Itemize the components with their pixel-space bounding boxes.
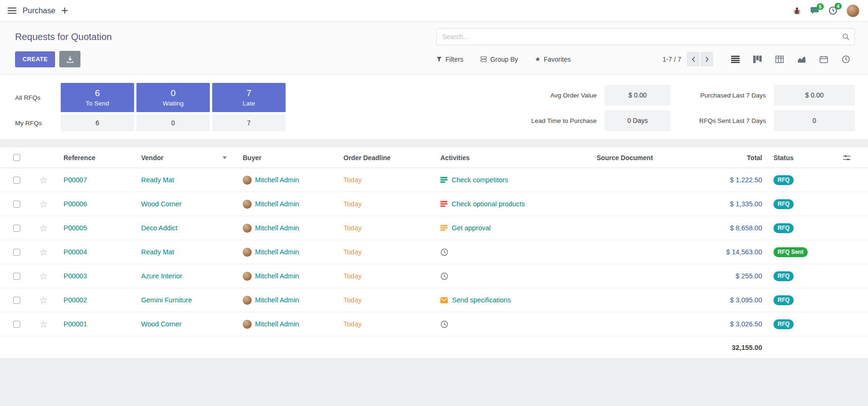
vendor-cell[interactable]: Ready Mat xyxy=(141,248,240,256)
favorite-star-icon[interactable]: ☆ xyxy=(40,248,48,257)
vendor-cell[interactable]: Ready Mat xyxy=(141,176,240,184)
stat-my-waiting[interactable]: 0 xyxy=(136,114,210,131)
header-status[interactable]: Status xyxy=(767,154,826,162)
favorite-star-icon[interactable]: ☆ xyxy=(40,224,48,233)
tasks-icon[interactable] xyxy=(440,225,447,231)
systray: 5 4 xyxy=(793,4,860,17)
reference-cell[interactable]: P00003 xyxy=(54,272,141,280)
pivot-view-icon[interactable] xyxy=(771,52,788,67)
buyer-cell[interactable]: Mitchell Admin xyxy=(255,224,299,232)
filters-button[interactable]: Filters xyxy=(436,56,463,63)
row-checkbox[interactable] xyxy=(13,297,20,304)
table-row[interactable]: ☆ P00006 Wood Corner Mitchell Admin Toda… xyxy=(0,192,868,216)
rfqs-sent-last-7-days-label: RFQs Sent Last 7 Days xyxy=(678,117,766,124)
status-badge: RFQ Sent xyxy=(773,247,808,257)
favorite-star-icon[interactable]: ☆ xyxy=(40,200,48,209)
search-icon[interactable] xyxy=(842,33,850,41)
activity-summary[interactable]: Check optional products xyxy=(452,200,525,208)
reference-cell[interactable]: P00006 xyxy=(54,200,141,208)
list-view-icon[interactable] xyxy=(726,52,744,67)
row-checkbox[interactable] xyxy=(13,177,20,184)
row-checkbox[interactable] xyxy=(13,249,20,256)
row-checkbox[interactable] xyxy=(13,201,20,208)
control-panel: Requests for Quotation CREATE Filters xyxy=(0,22,868,74)
vendor-cell[interactable]: Gemini Furniture xyxy=(141,296,240,304)
pager-next-button[interactable] xyxy=(701,52,713,66)
buyer-cell[interactable]: Mitchell Admin xyxy=(255,200,299,208)
table-footer-row: 32,155.00 xyxy=(0,336,868,359)
table-row[interactable]: ☆ P00002 Gemini Furniture Mitchell Admin… xyxy=(0,288,868,312)
buyer-cell[interactable]: Mitchell Admin xyxy=(255,296,299,304)
vendor-cell[interactable]: Wood Corner xyxy=(141,320,240,328)
calendar-view-icon[interactable] xyxy=(815,52,833,67)
favorite-star-icon[interactable]: ☆ xyxy=(40,176,48,185)
reference-cell[interactable]: P00007 xyxy=(54,176,141,184)
header-vendor[interactable]: Vendor xyxy=(141,154,240,162)
stat-late-count: 7 xyxy=(247,88,252,98)
favorite-star-icon[interactable]: ☆ xyxy=(40,320,48,329)
header-order-deadline[interactable]: Order Deadline xyxy=(341,154,438,162)
graph-view-icon[interactable] xyxy=(793,52,811,67)
vendor-cell[interactable]: Deco Addict xyxy=(141,224,240,232)
pager-previous-button[interactable] xyxy=(687,52,700,66)
reference-cell[interactable]: P00001 xyxy=(54,320,141,328)
table-row[interactable]: ☆ P00004 Ready Mat Mitchell Admin Today … xyxy=(0,240,868,264)
app-name[interactable]: Purchase xyxy=(23,6,56,15)
stat-late[interactable]: 7 Late xyxy=(212,83,286,112)
table-row[interactable]: ☆ P00005 Deco Addict Mitchell Admin Toda… xyxy=(0,216,868,240)
plus-icon[interactable] xyxy=(62,8,68,14)
messages-badge: 5 xyxy=(817,3,824,10)
activity-view-icon[interactable] xyxy=(837,52,855,67)
reference-cell[interactable]: P00002 xyxy=(54,296,141,304)
apps-menu-icon[interactable] xyxy=(8,7,16,14)
user-avatar[interactable] xyxy=(846,4,860,17)
clock-icon[interactable] xyxy=(440,272,448,280)
clock-icon[interactable] xyxy=(440,320,448,328)
table-row[interactable]: ☆ P00007 Ready Mat Mitchell Admin Today … xyxy=(0,168,868,192)
favorites-button[interactable]: ★ Favorites xyxy=(535,56,571,63)
create-button[interactable]: CREATE xyxy=(15,51,55,67)
header-reference[interactable]: Reference xyxy=(54,154,141,162)
vendor-cell[interactable]: Wood Corner xyxy=(141,200,240,208)
buyer-cell[interactable]: Mitchell Admin xyxy=(255,272,299,280)
row-checkbox[interactable] xyxy=(13,225,20,232)
table-row[interactable]: ☆ P00001 Wood Corner Mitchell Admin Toda… xyxy=(0,312,868,336)
vendor-cell[interactable]: Azure Interior xyxy=(141,272,240,280)
group-by-button[interactable]: Group By xyxy=(480,56,518,63)
total-sum: 32,155.00 xyxy=(673,344,767,351)
clock-icon[interactable] xyxy=(440,248,448,256)
select-all-checkbox[interactable] xyxy=(13,154,20,161)
row-checkbox[interactable] xyxy=(13,321,20,328)
bug-icon[interactable] xyxy=(793,7,801,15)
reference-cell[interactable]: P00005 xyxy=(54,224,141,232)
header-total[interactable]: Total xyxy=(673,154,767,162)
activity-summary[interactable]: Get approval xyxy=(452,224,491,232)
row-checkbox[interactable] xyxy=(13,273,20,280)
tasks-icon[interactable] xyxy=(440,201,447,207)
stat-my-late[interactable]: 7 xyxy=(212,114,286,131)
optional-columns-icon[interactable] xyxy=(843,154,851,161)
envelope-icon[interactable] xyxy=(440,297,448,303)
stat-my-to-send[interactable]: 6 xyxy=(61,114,134,131)
kanban-view-icon[interactable] xyxy=(749,52,766,67)
search-input[interactable] xyxy=(437,33,842,41)
buyer-cell[interactable]: Mitchell Admin xyxy=(255,248,299,256)
header-source-document[interactable]: Source Document xyxy=(593,154,673,162)
favorite-star-icon[interactable]: ☆ xyxy=(40,296,48,305)
total-cell: $ 14,563.00 xyxy=(673,248,767,256)
stat-waiting[interactable]: 0 Waiting xyxy=(136,83,210,112)
deadline-cell: Today xyxy=(341,200,438,208)
buyer-cell[interactable]: Mitchell Admin xyxy=(255,176,299,184)
stat-to-send[interactable]: 6 To Send xyxy=(61,83,134,112)
search-options: Filters Group By ★ Favorites xyxy=(436,56,571,63)
activity-summary[interactable]: Send specifications xyxy=(452,296,511,304)
tasks-icon[interactable] xyxy=(440,177,447,183)
favorite-star-icon[interactable]: ☆ xyxy=(40,272,48,281)
export-button[interactable] xyxy=(59,51,80,67)
header-buyer[interactable]: Buyer xyxy=(240,154,341,162)
header-activities[interactable]: Activities xyxy=(438,154,593,162)
activity-summary[interactable]: Check competitors xyxy=(452,176,508,184)
buyer-cell[interactable]: Mitchell Admin xyxy=(255,320,299,328)
reference-cell[interactable]: P00004 xyxy=(54,248,141,256)
table-row[interactable]: ☆ P00003 Azure Interior Mitchell Admin T… xyxy=(0,264,868,288)
